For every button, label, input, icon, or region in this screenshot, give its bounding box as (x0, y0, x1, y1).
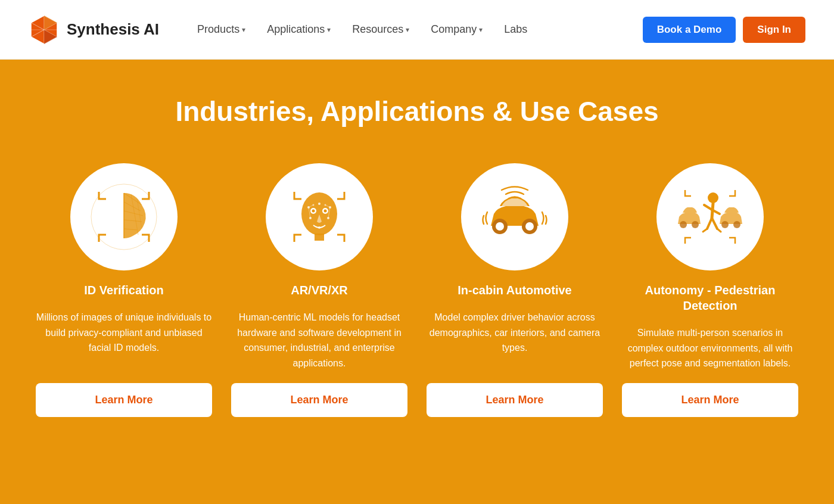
svg-point-20 (312, 210, 315, 213)
sign-in-button[interactable]: Sign In (743, 17, 805, 43)
card-id-verification-title: ID Verification (84, 282, 163, 298)
ar-vr-xr-icon-circle (266, 163, 373, 270)
id-verification-icon (88, 181, 160, 253)
card-ar-vr-xr: AR/VR/XR Human-centric ML models for hea… (231, 163, 407, 417)
nav-item-products[interactable]: Products ▾ (188, 18, 255, 41)
svg-point-24 (318, 203, 320, 205)
card-id-verification-desc: Millions of images of unique individuals… (36, 310, 212, 371)
card-in-cabin-desc: Model complex driver behavior across dem… (427, 310, 603, 371)
svg-point-27 (318, 226, 320, 229)
card-autonomy-title: Autonomy - Pedestrian Detection (622, 282, 798, 313)
card-ar-vr-xr-desc: Human-centric ML models for headset hard… (231, 310, 407, 371)
chevron-down-icon: ▾ (479, 26, 483, 34)
card-ar-vr-xr-learn-more[interactable]: Learn More (231, 383, 407, 417)
id-verification-icon-circle (70, 163, 178, 270)
nav-item-resources[interactable]: Resources ▾ (343, 18, 419, 41)
svg-line-45 (717, 229, 721, 232)
chevron-down-icon: ▾ (242, 26, 245, 34)
hero-section: Industries, Applications & Use Cases (0, 60, 834, 504)
book-demo-button[interactable]: Book a Demo (643, 17, 736, 43)
svg-point-46 (680, 221, 687, 228)
logo-icon (29, 14, 60, 45)
chevron-down-icon: ▾ (327, 26, 331, 34)
nav-item-company[interactable]: Company ▾ (421, 18, 492, 41)
nav-item-labs[interactable]: Labs (494, 18, 537, 41)
svg-line-43 (712, 218, 717, 229)
card-autonomy-pedestrian: Autonomy - Pedestrian Detection Simulate… (622, 163, 798, 417)
autonomy-pedestrian-icon-circle (656, 163, 764, 270)
in-cabin-automotive-icon-circle (461, 163, 568, 270)
ar-vr-xr-icon (284, 181, 355, 253)
svg-point-47 (692, 221, 699, 228)
svg-point-38 (708, 192, 718, 203)
nav-item-applications[interactable]: Applications ▾ (257, 18, 340, 41)
logo-text: Synthesis AI (67, 20, 159, 39)
svg-line-40 (704, 205, 712, 210)
chevron-down-icon: ▾ (406, 26, 409, 34)
svg-rect-17 (315, 234, 324, 241)
card-autonomy-desc: Simulate multi-person scenarios in compl… (622, 325, 798, 371)
hero-title: Industries, Applications & Use Cases (36, 95, 798, 127)
svg-point-35 (496, 222, 504, 231)
svg-point-21 (324, 210, 327, 213)
in-cabin-automotive-icon (479, 181, 550, 253)
svg-line-44 (703, 229, 707, 232)
card-in-cabin-automotive: In-cabin Automotive Model complex driver… (427, 163, 603, 417)
svg-point-37 (525, 222, 534, 231)
card-autonomy-learn-more[interactable]: Learn More (622, 383, 798, 417)
card-ar-vr-xr-title: AR/VR/XR (291, 282, 348, 298)
cards-grid: ID Verification Millions of images of un… (36, 163, 798, 417)
logo[interactable]: Synthesis AI (29, 14, 159, 45)
autonomy-pedestrian-icon (674, 181, 746, 253)
card-in-cabin-learn-more[interactable]: Learn More (427, 383, 603, 417)
navbar: Synthesis AI Products ▾ Applications ▾ R… (0, 0, 834, 60)
svg-point-16 (301, 192, 337, 235)
svg-point-48 (721, 221, 729, 228)
svg-point-49 (733, 221, 740, 228)
svg-line-42 (707, 218, 712, 229)
nav-links: Products ▾ Applications ▾ Resources ▾ Co… (188, 18, 643, 41)
card-id-verification: ID Verification Millions of images of un… (36, 163, 212, 417)
card-id-verification-learn-more[interactable]: Learn More (36, 383, 212, 417)
card-in-cabin-title: In-cabin Automotive (458, 282, 571, 298)
nav-actions: Book a Demo Sign In (643, 17, 805, 43)
